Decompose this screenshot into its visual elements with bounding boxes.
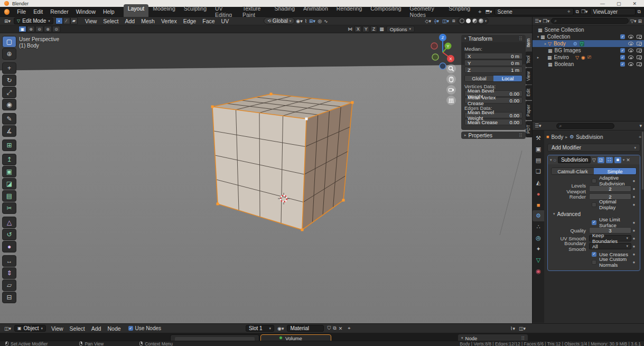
- node-panel-collapsed[interactable]: ▾ Node ⠿: [458, 334, 528, 341]
- collection-checkbox[interactable]: ✓: [620, 34, 625, 39]
- boundary-smooth-dropdown[interactable]: All▾: [589, 243, 631, 249]
- pin-icon[interactable]: ⌖: [567, 8, 571, 15]
- n-panel-tab-view[interactable]: View: [526, 68, 532, 85]
- tool-shear[interactable]: ▱: [2, 279, 16, 291]
- n-panel-tab-tool[interactable]: Tool: [526, 52, 532, 68]
- hide-eye-icon[interactable]: [628, 49, 633, 52]
- overlays-toggle[interactable]: ◫▾: [441, 18, 450, 24]
- wireframe-shading-button[interactable]: [460, 18, 464, 23]
- orthographic-toggle-button[interactable]: [446, 96, 456, 105]
- shader-node-area[interactable]: Volume ▾ Node ⠿: [0, 333, 644, 341]
- use-limit-surface-checkbox[interactable]: ✓: [592, 220, 596, 225]
- blender-menu-icon[interactable]: [4, 9, 10, 15]
- render-camera-icon[interactable]: [637, 62, 642, 66]
- tool-scale[interactable]: ⤢: [2, 87, 16, 98]
- adaptive-subdivision-checkbox[interactable]: [592, 179, 596, 183]
- catmull-clark-button[interactable]: Catmull-Clark: [552, 168, 594, 174]
- menu-select[interactable]: Select: [67, 325, 88, 332]
- tab-physics[interactable]: ◎: [533, 232, 544, 244]
- tool-spin[interactable]: ↺: [2, 229, 16, 240]
- tab-render[interactable]: ▣: [533, 144, 544, 155]
- select-mode-intersect[interactable]: ⊙: [52, 26, 60, 32]
- use-custom-normals-checkbox[interactable]: [592, 260, 596, 265]
- select-mode-subtract[interactable]: ⊖: [35, 26, 43, 32]
- properties-editor-icon[interactable]: ☰▾: [535, 123, 542, 128]
- shader-node[interactable]: [170, 334, 259, 341]
- mean-vertex-crease-field[interactable]: Mean Vertex Crease0.00: [464, 97, 522, 104]
- snap-magnet-icon[interactable]: ⌇: [304, 18, 308, 24]
- render-camera-icon[interactable]: [637, 42, 642, 45]
- outliner-display-mode-dropdown[interactable]: ☰▾: [535, 18, 542, 24]
- animate-dot[interactable]: ●: [631, 179, 637, 183]
- 3d-viewport[interactable]: Z Y X User Perspective (1) Body ▢⊕+↻⤢◉✎∡…: [0, 33, 532, 323]
- edge-select-button[interactable]: ∕: [63, 17, 70, 24]
- render-camera-icon[interactable]: [637, 55, 642, 59]
- uv-smooth-dropdown[interactable]: Keep Boundaries▾: [589, 235, 631, 241]
- tab-constraints[interactable]: ✦: [533, 244, 544, 255]
- transform-orientation-dropdown[interactable]: ⟲Global▾: [264, 17, 295, 24]
- tool-inset-faces[interactable]: ▣: [2, 166, 16, 177]
- menu-node[interactable]: Node: [104, 325, 124, 332]
- delete-modifier-button[interactable]: ✕: [626, 157, 630, 163]
- collection-checkbox[interactable]: ✓: [620, 62, 625, 67]
- tab-output[interactable]: ▤: [533, 155, 544, 166]
- tab-object[interactable]: ■: [533, 199, 544, 210]
- menu-file[interactable]: File: [13, 7, 30, 16]
- new-scene-icon[interactable]: ⧉: [576, 9, 579, 15]
- tool-select-box[interactable]: ▢: [2, 36, 16, 48]
- menu-uv[interactable]: UV: [218, 18, 232, 24]
- animate-dot[interactable]: ●: [631, 244, 637, 249]
- use-nodes-checkbox[interactable]: ✓: [128, 326, 133, 331]
- mean-crease-field[interactable]: Mean Crease0.00: [464, 119, 522, 125]
- mirror-y-toggle[interactable]: Y: [362, 26, 369, 32]
- edit-mode-display-toggle[interactable]: ▽: [592, 157, 596, 163]
- shading-dropdown[interactable]: ▾: [485, 19, 487, 23]
- tool-move[interactable]: +: [2, 62, 16, 74]
- viewlayer-icon[interactable]: ❒▾: [581, 9, 588, 14]
- tool-annotate[interactable]: ✎: [2, 113, 16, 125]
- tab-particles[interactable]: ∴: [533, 221, 544, 232]
- new-collection-button[interactable]: ⊞: [638, 18, 642, 24]
- tab-world[interactable]: ●: [533, 188, 544, 199]
- tool-poly-build[interactable]: △: [2, 217, 16, 228]
- tool-rotate[interactable]: ↻: [2, 74, 16, 86]
- show-in-editmode-toggle[interactable]: ◲: [598, 157, 604, 163]
- properties-search-input[interactable]: ⌕: [556, 123, 614, 129]
- tool-rip-region[interactable]: ⊟: [2, 292, 16, 303]
- animate-dot[interactable]: ●: [631, 260, 637, 265]
- new-viewlayer-icon[interactable]: ⧉: [638, 9, 641, 15]
- vertex-select-button[interactable]: •: [55, 17, 63, 24]
- maximize-button[interactable]: ▢: [617, 1, 621, 6]
- select-mode-extend[interactable]: ⊕: [27, 26, 35, 32]
- pin-icon[interactable]: ⌖: [347, 325, 351, 331]
- outliner-row-boolean[interactable]: ▦ Boolean ✓: [533, 61, 644, 68]
- show-in-render-toggle[interactable]: ◙: [614, 157, 621, 163]
- menu-edge[interactable]: Edge: [180, 18, 200, 24]
- outliner-row-body[interactable]: ▸ ▽ Body ⚙ ▽: [533, 40, 644, 47]
- tab-material[interactable]: ◉: [533, 266, 544, 277]
- editor-type-icon[interactable]: ⊞▾: [3, 18, 12, 24]
- gizmo-toggle[interactable]: ⟠▾: [433, 18, 440, 24]
- material-shading-button[interactable]: [472, 18, 477, 23]
- menu-face[interactable]: Face: [199, 18, 218, 24]
- material-name-field[interactable]: Material: [287, 325, 324, 332]
- hide-eye-icon[interactable]: [628, 62, 633, 66]
- modifier-extras-dropdown[interactable]: ▾: [623, 158, 625, 162]
- hide-eye-icon[interactable]: [628, 35, 633, 39]
- mode-selector[interactable]: ▽ Edit Mode ▾: [14, 17, 53, 24]
- collapse-caret-icon[interactable]: ▾: [550, 158, 552, 162]
- animate-dot[interactable]: ●: [631, 228, 637, 233]
- local-space-button[interactable]: Local: [493, 76, 522, 81]
- tool-bevel[interactable]: ◪: [2, 178, 16, 190]
- volume-node[interactable]: Volume: [260, 334, 331, 341]
- expand-caret-icon[interactable]: ▸: [543, 42, 548, 46]
- menu-add[interactable]: Add: [88, 325, 105, 332]
- tool-measure[interactable]: ∡: [2, 125, 16, 137]
- expand-caret-icon[interactable]: ▸: [536, 55, 540, 60]
- properties-panel-header[interactable]: ▸ Properties ⠿: [461, 132, 526, 139]
- global-space-button[interactable]: Global: [465, 76, 493, 81]
- median-x-field[interactable]: X0 m: [464, 53, 522, 59]
- close-button[interactable]: ✕: [632, 1, 637, 6]
- n-panel-tab-pdt[interactable]: PDT: [526, 121, 532, 137]
- menu-select[interactable]: Select: [100, 18, 122, 24]
